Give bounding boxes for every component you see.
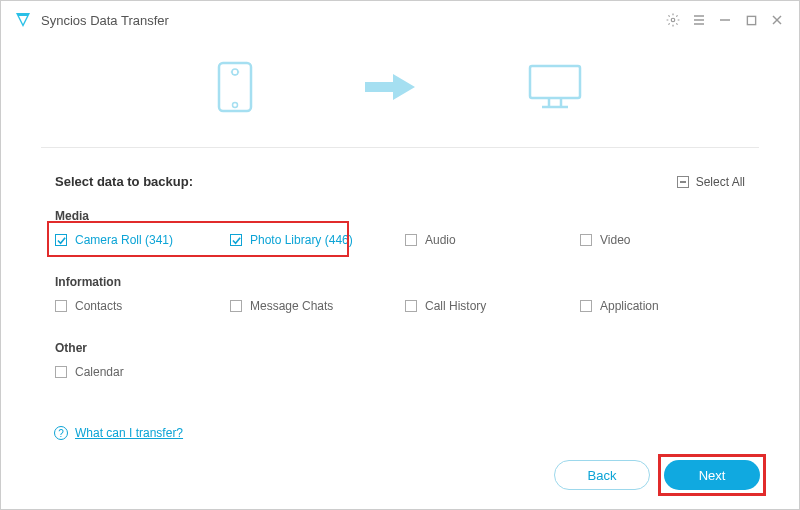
monitor-icon (527, 63, 583, 115)
checkbox-icon (55, 366, 67, 378)
indeterminate-icon (677, 176, 689, 188)
item-label: Call History (425, 299, 486, 313)
item-photo-library[interactable]: Photo Library (446) (230, 225, 395, 255)
item-audio[interactable]: Audio (405, 225, 570, 255)
section-information: Information (55, 275, 745, 289)
app-title: Syncios Data Transfer (41, 13, 169, 28)
item-video[interactable]: Video (580, 225, 745, 255)
help-link[interactable]: ? What can I transfer? (54, 426, 183, 440)
arrow-right-icon (363, 72, 417, 106)
item-label: Audio (425, 233, 456, 247)
section-media: Media (55, 209, 745, 223)
titlebar: Syncios Data Transfer (1, 1, 799, 39)
minimize-button[interactable] (715, 10, 735, 30)
item-label: Application (600, 299, 659, 313)
checkbox-icon (580, 300, 592, 312)
section-other: Other (55, 341, 745, 355)
settings-icon[interactable] (663, 10, 683, 30)
svg-point-11 (238, 71, 240, 73)
checkbox-icon (230, 300, 242, 312)
checkbox-icon (405, 234, 417, 246)
content-area: Select data to backup: Select All Media … (1, 148, 799, 387)
checkbox-icon (230, 234, 242, 246)
app-logo-icon (13, 10, 33, 30)
item-label: Message Chats (250, 299, 333, 313)
help-text: What can I transfer? (75, 426, 183, 440)
menu-icon[interactable] (689, 10, 709, 30)
item-label: Contacts (75, 299, 122, 313)
checkbox-icon (55, 300, 67, 312)
item-label: Photo Library (446) (250, 233, 353, 247)
svg-point-0 (671, 18, 675, 22)
item-application[interactable]: Application (580, 291, 745, 321)
footer-buttons: Back Next (554, 460, 760, 490)
item-calendar[interactable]: Calendar (55, 357, 220, 387)
checkbox-icon (55, 234, 67, 246)
close-button[interactable] (767, 10, 787, 30)
select-data-title: Select data to backup: (55, 174, 193, 189)
maximize-button[interactable] (741, 10, 761, 30)
checkbox-icon (405, 300, 417, 312)
item-message-chats[interactable]: Message Chats (230, 291, 395, 321)
svg-rect-8 (219, 63, 251, 111)
svg-point-12 (233, 103, 238, 108)
transfer-header (41, 39, 759, 148)
svg-point-10 (231, 71, 233, 73)
next-button[interactable]: Next (664, 460, 760, 490)
phone-icon (217, 61, 253, 117)
item-camera-roll[interactable]: Camera Roll (341) (55, 225, 220, 255)
item-label: Calendar (75, 365, 124, 379)
svg-rect-5 (747, 16, 755, 24)
select-all-checkbox[interactable]: Select All (677, 175, 745, 189)
item-label: Video (600, 233, 630, 247)
checkbox-icon (580, 234, 592, 246)
select-all-label: Select All (696, 175, 745, 189)
item-label: Camera Roll (341) (75, 233, 173, 247)
item-contacts[interactable]: Contacts (55, 291, 220, 321)
help-icon: ? (54, 426, 68, 440)
item-call-history[interactable]: Call History (405, 291, 570, 321)
back-button[interactable]: Back (554, 460, 650, 490)
svg-rect-13 (530, 66, 580, 98)
